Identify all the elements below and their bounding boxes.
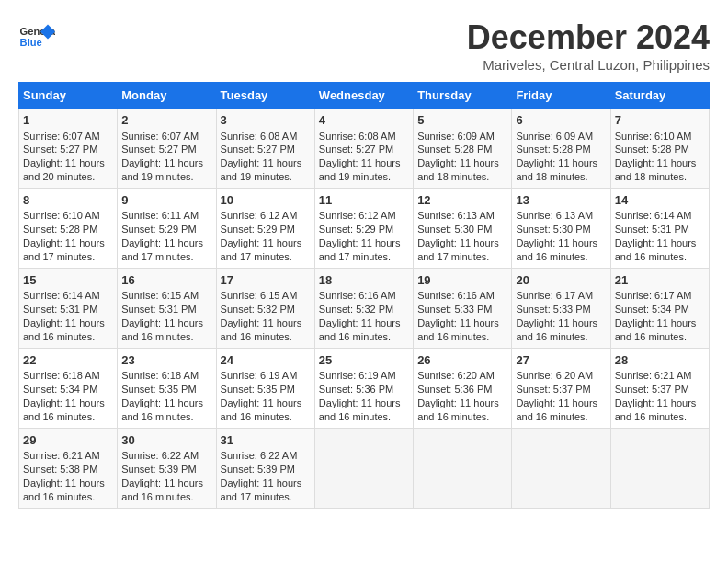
daylight-label: Daylight: 11 hours and 16 minutes. bbox=[221, 397, 302, 422]
daylight-label: Daylight: 11 hours and 16 minutes. bbox=[516, 237, 597, 262]
sunrise-label: Sunrise: 6:11 AM bbox=[121, 210, 199, 221]
sunset-label: Sunset: 5:35 PM bbox=[221, 384, 295, 395]
day-cell-19: 19 Sunrise: 6:16 AM Sunset: 5:33 PM Dayl… bbox=[414, 268, 512, 348]
sunrise-label: Sunrise: 6:08 AM bbox=[221, 131, 298, 142]
sunrise-label: Sunrise: 6:21 AM bbox=[23, 450, 100, 461]
svg-text:Blue: Blue bbox=[20, 37, 42, 48]
day-cell-18: 18 Sunrise: 6:16 AM Sunset: 5:32 PM Dayl… bbox=[314, 268, 413, 348]
day-cell-22: 22 Sunrise: 6:18 AM Sunset: 5:34 PM Dayl… bbox=[19, 348, 118, 428]
daylight-label: Daylight: 11 hours and 16 minutes. bbox=[221, 317, 302, 342]
day-cell-9: 9 Sunrise: 6:11 AM Sunset: 5:29 PM Dayli… bbox=[118, 188, 216, 268]
sunrise-label: Sunrise: 6:07 AM bbox=[23, 131, 100, 142]
sunset-label: Sunset: 5:32 PM bbox=[319, 304, 393, 315]
sunrise-label: Sunrise: 6:09 AM bbox=[516, 131, 593, 142]
daylight-label: Daylight: 11 hours and 16 minutes. bbox=[516, 397, 597, 422]
sunrise-label: Sunrise: 6:22 AM bbox=[121, 450, 199, 461]
empty-cell bbox=[314, 428, 413, 508]
day-number: 26 bbox=[417, 352, 507, 369]
day-number: 13 bbox=[516, 192, 606, 209]
sunrise-label: Sunrise: 6:09 AM bbox=[417, 131, 495, 142]
day-number: 30 bbox=[121, 432, 211, 449]
daylight-label: Daylight: 11 hours and 17 minutes. bbox=[319, 237, 401, 262]
sunset-label: Sunset: 5:37 PM bbox=[516, 384, 590, 395]
day-number: 28 bbox=[615, 352, 705, 369]
daylight-label: Daylight: 11 hours and 16 minutes. bbox=[615, 397, 697, 422]
day-cell-10: 10 Sunrise: 6:12 AM Sunset: 5:29 PM Dayl… bbox=[216, 188, 314, 268]
column-header-thursday: Thursday bbox=[414, 83, 512, 109]
sunset-label: Sunset: 5:34 PM bbox=[23, 384, 97, 395]
sunrise-label: Sunrise: 6:13 AM bbox=[417, 210, 495, 221]
sunrise-label: Sunrise: 6:18 AM bbox=[121, 370, 199, 381]
day-cell-1: 1 Sunrise: 6:07 AM Sunset: 5:27 PM Dayli… bbox=[19, 109, 118, 189]
sunrise-label: Sunrise: 6:14 AM bbox=[615, 210, 692, 221]
daylight-label: Daylight: 11 hours and 17 minutes. bbox=[23, 237, 105, 262]
sunset-label: Sunset: 5:33 PM bbox=[516, 304, 590, 315]
sunset-label: Sunset: 5:36 PM bbox=[319, 384, 393, 395]
sunrise-label: Sunrise: 6:10 AM bbox=[615, 131, 692, 142]
day-number: 24 bbox=[221, 352, 311, 369]
day-number: 8 bbox=[23, 192, 113, 209]
sunset-label: Sunset: 5:29 PM bbox=[319, 224, 393, 235]
day-number: 3 bbox=[221, 112, 311, 129]
sunset-label: Sunset: 5:30 PM bbox=[417, 224, 492, 235]
sunrise-label: Sunrise: 6:12 AM bbox=[221, 210, 298, 221]
sunrise-label: Sunrise: 6:15 AM bbox=[221, 290, 298, 301]
daylight-label: Daylight: 11 hours and 16 minutes. bbox=[121, 397, 203, 422]
daylight-label: Daylight: 11 hours and 16 minutes. bbox=[23, 477, 105, 502]
sunrise-label: Sunrise: 6:08 AM bbox=[319, 131, 396, 142]
calendar-week-2: 8 Sunrise: 6:10 AM Sunset: 5:28 PM Dayli… bbox=[19, 188, 710, 268]
day-cell-11: 11 Sunrise: 6:12 AM Sunset: 5:29 PM Dayl… bbox=[314, 188, 413, 268]
day-number: 9 bbox=[121, 192, 211, 209]
day-number: 25 bbox=[319, 352, 409, 369]
sunrise-label: Sunrise: 6:20 AM bbox=[417, 370, 495, 381]
daylight-label: Daylight: 11 hours and 17 minutes. bbox=[221, 237, 302, 262]
day-cell-21: 21 Sunrise: 6:17 AM Sunset: 5:34 PM Dayl… bbox=[610, 268, 709, 348]
sunrise-label: Sunrise: 6:16 AM bbox=[319, 290, 396, 301]
column-header-friday: Friday bbox=[512, 83, 610, 109]
day-cell-16: 16 Sunrise: 6:15 AM Sunset: 5:31 PM Dayl… bbox=[118, 268, 216, 348]
day-number: 10 bbox=[221, 192, 311, 209]
calendar-week-5: 29 Sunrise: 6:21 AM Sunset: 5:38 PM Dayl… bbox=[19, 428, 710, 508]
sunset-label: Sunset: 5:35 PM bbox=[121, 384, 196, 395]
day-number: 1 bbox=[23, 112, 113, 129]
sunrise-label: Sunrise: 6:22 AM bbox=[221, 450, 298, 461]
page-header: General Blue December 2024 Mariveles, Ce… bbox=[18, 18, 710, 73]
day-cell-13: 13 Sunrise: 6:13 AM Sunset: 5:30 PM Dayl… bbox=[512, 188, 610, 268]
calendar-table: SundayMondayTuesdayWednesdayThursdayFrid… bbox=[18, 82, 710, 509]
sunrise-label: Sunrise: 6:15 AM bbox=[121, 290, 199, 301]
sunrise-label: Sunrise: 6:12 AM bbox=[319, 210, 396, 221]
sunrise-label: Sunrise: 6:20 AM bbox=[516, 370, 593, 381]
daylight-label: Daylight: 11 hours and 19 minutes. bbox=[221, 157, 302, 182]
day-number: 21 bbox=[615, 272, 705, 289]
day-cell-28: 28 Sunrise: 6:21 AM Sunset: 5:37 PM Dayl… bbox=[610, 348, 709, 428]
day-cell-14: 14 Sunrise: 6:14 AM Sunset: 5:31 PM Dayl… bbox=[610, 188, 709, 268]
day-number: 6 bbox=[516, 112, 606, 129]
sunset-label: Sunset: 5:34 PM bbox=[615, 304, 689, 315]
day-cell-20: 20 Sunrise: 6:17 AM Sunset: 5:33 PM Dayl… bbox=[512, 268, 610, 348]
day-cell-23: 23 Sunrise: 6:18 AM Sunset: 5:35 PM Dayl… bbox=[118, 348, 216, 428]
sunset-label: Sunset: 5:30 PM bbox=[516, 224, 590, 235]
sunset-label: Sunset: 5:31 PM bbox=[121, 304, 196, 315]
day-number: 7 bbox=[615, 112, 705, 129]
day-number: 11 bbox=[319, 192, 409, 209]
daylight-label: Daylight: 11 hours and 17 minutes. bbox=[121, 237, 203, 262]
daylight-label: Daylight: 11 hours and 20 minutes. bbox=[23, 157, 105, 182]
daylight-label: Daylight: 11 hours and 16 minutes. bbox=[121, 477, 203, 502]
daylight-label: Daylight: 11 hours and 16 minutes. bbox=[615, 317, 697, 342]
day-cell-12: 12 Sunrise: 6:13 AM Sunset: 5:30 PM Dayl… bbox=[414, 188, 512, 268]
daylight-label: Daylight: 11 hours and 16 minutes. bbox=[319, 397, 401, 422]
sunset-label: Sunset: 5:27 PM bbox=[221, 144, 295, 155]
sunset-label: Sunset: 5:39 PM bbox=[221, 464, 295, 475]
day-number: 31 bbox=[221, 432, 311, 449]
day-cell-3: 3 Sunrise: 6:08 AM Sunset: 5:27 PM Dayli… bbox=[216, 109, 314, 189]
column-header-saturday: Saturday bbox=[610, 83, 709, 109]
sunrise-label: Sunrise: 6:19 AM bbox=[221, 370, 298, 381]
sunset-label: Sunset: 5:32 PM bbox=[221, 304, 295, 315]
day-cell-17: 17 Sunrise: 6:15 AM Sunset: 5:32 PM Dayl… bbox=[216, 268, 314, 348]
day-number: 27 bbox=[516, 352, 606, 369]
empty-cell bbox=[414, 428, 512, 508]
daylight-label: Daylight: 11 hours and 18 minutes. bbox=[615, 157, 697, 182]
day-cell-27: 27 Sunrise: 6:20 AM Sunset: 5:37 PM Dayl… bbox=[512, 348, 610, 428]
sunrise-label: Sunrise: 6:21 AM bbox=[615, 370, 692, 381]
day-number: 14 bbox=[615, 192, 705, 209]
